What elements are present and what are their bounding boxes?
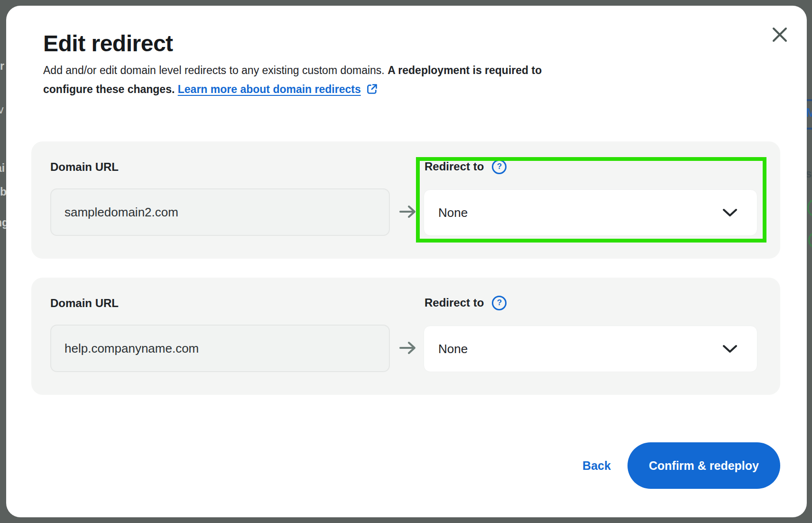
domain-url-value: help.companyname.com — [65, 341, 199, 356]
chevron-down-icon — [722, 344, 738, 354]
chevron-down-icon — [722, 208, 738, 217]
domain-url-value: sampledomain2.com — [65, 205, 178, 220]
arrow-right-icon — [398, 341, 417, 355]
redirect-to-label-row: Redirect to ? — [424, 159, 507, 175]
confirm-redeploy-button[interactable]: Confirm & redeploy — [627, 442, 780, 489]
edit-redirect-modal: Edit redirect Add and/or edit domain lev… — [6, 6, 807, 517]
help-icon[interactable]: ? — [492, 159, 507, 174]
close-icon — [771, 26, 789, 44]
arrow-right-icon — [398, 205, 417, 219]
background-divider — [807, 128, 812, 130]
screen: r v ai b ng M ss Edit redirect Add and/o… — [0, 0, 812, 523]
domain-url-input[interactable]: sampledomain2.com — [50, 188, 390, 236]
description-bold-text: A redeployment is required to — [388, 64, 542, 76]
redirect-to-label: Redirect to — [424, 296, 484, 309]
redirect-to-select[interactable]: None — [424, 189, 757, 236]
redirect-to-value: None — [438, 205, 468, 220]
redirect-row: Domain URL sampledomain2.com Redirect to… — [31, 141, 780, 259]
redirect-row: Domain URL help.companyname.com Redirect… — [31, 278, 780, 395]
close-button[interactable] — [770, 25, 790, 45]
back-button[interactable]: Back — [568, 442, 625, 489]
description-bold-text: configure these changes. — [43, 83, 175, 95]
redirect-to-value: None — [438, 342, 468, 356]
background-text-fragment: ai — [0, 162, 5, 175]
learn-more-link[interactable]: Learn more about domain redirects — [178, 83, 361, 95]
description-text: Add and/or edit domain level redirects t… — [43, 64, 388, 76]
redirect-to-select[interactable]: None — [424, 326, 757, 372]
background-text-fragment: r — [0, 60, 4, 73]
redirect-to-label: Redirect to — [424, 160, 484, 173]
background-circle-fragment — [808, 232, 812, 249]
background-text-fragment: v — [0, 103, 4, 116]
background-text-fragment: b — [0, 186, 7, 198]
background-divider — [807, 99, 812, 101]
domain-url-label: Domain URL — [50, 160, 119, 174]
modal-title: Edit redirect — [43, 30, 173, 56]
external-link-icon — [366, 83, 378, 95]
modal-description: Add and/or edit domain level redirects t… — [43, 61, 593, 99]
help-icon[interactable]: ? — [492, 296, 507, 310]
redirect-to-label-row: Redirect to ? — [424, 295, 507, 311]
domain-url-label: Domain URL — [50, 297, 119, 310]
background-circle-fragment — [807, 198, 812, 217]
domain-url-input[interactable]: help.companyname.com — [50, 325, 390, 372]
